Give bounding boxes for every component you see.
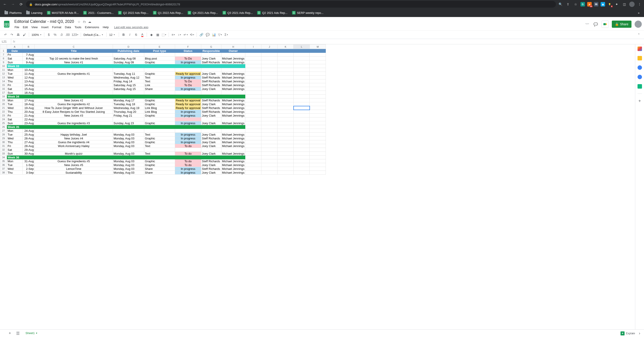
cell[interactable] (221, 129, 245, 133)
cell[interactable]: Fri (7, 53, 22, 57)
cell[interactable] (245, 171, 262, 175)
bookmark-item[interactable]: Q2 2021 Ads Rep... (255, 10, 289, 16)
cell[interactable]: Work Anniversary Hailey (35, 144, 113, 148)
cell[interactable]: Thursday, Aug 20 (113, 110, 144, 114)
cloud-status-icon[interactable]: ☁ (88, 20, 91, 24)
cell[interactable]: Text (144, 76, 175, 80)
cell[interactable] (278, 167, 294, 171)
row-header[interactable]: 34 (0, 156, 7, 159)
cell[interactable] (310, 53, 326, 57)
cell[interactable]: 14-Aug (22, 83, 35, 87)
cell[interactable] (262, 163, 278, 167)
cell[interactable]: Wed (7, 106, 22, 110)
cell[interactable]: 18-Aug (22, 102, 35, 106)
cell[interactable]: 31-Aug (22, 159, 35, 163)
cell[interactable]: Michael Jennings (221, 80, 245, 83)
cell[interactable]: Michael Jennings (221, 99, 245, 102)
cell[interactable] (262, 152, 278, 156)
zoom-select[interactable]: 100%▼ (31, 33, 42, 37)
url-bar[interactable]: 🔒 docs.google.com/spreadsheets/d/1Ad3NUU… (26, 1, 556, 8)
column-header-C[interactable]: C (35, 45, 113, 49)
cell[interactable] (35, 68, 113, 72)
share-button[interactable]: 🔒Share (612, 21, 632, 28)
cell[interactable]: Steff Richards (201, 99, 221, 102)
cell[interactable]: Saturday, Aug 08 (113, 57, 144, 60)
back-button[interactable]: ← (2, 1, 8, 8)
cell[interactable] (262, 118, 278, 121)
cell[interactable]: Michael Jennings (221, 110, 245, 114)
row-header[interactable]: 38 (0, 171, 7, 175)
cell[interactable] (278, 72, 294, 76)
strike-button[interactable]: S (133, 32, 139, 38)
cell[interactable]: Michael Jennings (221, 144, 245, 148)
cell[interactable]: 21-Aug (22, 114, 35, 118)
cell[interactable]: 19-Aug (22, 106, 35, 110)
column-header-A[interactable]: A (7, 45, 22, 49)
cell[interactable]: 7-Aug (22, 53, 35, 57)
cell[interactable]: To Do (175, 83, 201, 87)
scroll-right-button[interactable]: › (636, 330, 643, 336)
extension-wave-icon[interactable]: ◉ (600, 2, 605, 7)
cell[interactable]: Wednesday, Aug 12 (113, 76, 144, 80)
cell[interactable] (310, 129, 326, 133)
cell[interactable] (278, 68, 294, 72)
cell[interactable]: Publishing date (113, 49, 144, 53)
cell[interactable] (278, 83, 294, 87)
cell[interactable] (113, 91, 144, 95)
cell[interactable] (175, 148, 201, 152)
cell[interactable]: In progress (175, 171, 201, 175)
cell[interactable]: To do (175, 159, 201, 163)
cell[interactable]: Joey Clark (201, 121, 221, 125)
cell[interactable] (294, 159, 310, 163)
cell[interactable] (245, 156, 262, 159)
cell[interactable]: Mon (7, 129, 22, 133)
cell[interactable]: New Juices #1 (35, 60, 113, 64)
cell[interactable]: LemonTime (35, 167, 113, 171)
cell[interactable] (294, 118, 310, 121)
cell[interactable]: Wednesday, Aug 19 (113, 106, 144, 110)
cell[interactable] (113, 129, 144, 133)
cell[interactable]: Guess the ingredients #3 (35, 121, 113, 125)
column-header-H[interactable]: H (221, 45, 245, 49)
cell[interactable] (35, 91, 113, 95)
redo-button[interactable]: ↷ (9, 32, 15, 38)
currency-button[interactable]: $ (46, 32, 52, 38)
cell[interactable] (310, 99, 326, 102)
bookmark-item[interactable]: Platforms (3, 10, 24, 16)
week-label-cell[interactable]: Week 33 (7, 64, 245, 68)
cell[interactable] (294, 129, 310, 133)
cell[interactable]: Joey Clark (201, 152, 221, 156)
cell[interactable]: Mon (7, 159, 22, 163)
cell[interactable] (278, 140, 294, 144)
link-button[interactable]: 🔗 (198, 32, 204, 38)
select-all-corner[interactable] (0, 45, 7, 49)
cell[interactable] (262, 159, 278, 163)
cell[interactable] (113, 53, 144, 57)
tasks-icon[interactable] (638, 65, 642, 70)
cell[interactable]: 26-Aug (22, 137, 35, 140)
cell[interactable]: Monday, Aug 03 (113, 163, 144, 167)
cell[interactable] (262, 99, 278, 102)
star-icon[interactable]: ☆ (78, 20, 80, 24)
cell[interactable]: Owner (221, 49, 245, 53)
cell[interactable]: Text (144, 144, 175, 148)
cell[interactable] (262, 121, 278, 125)
cell[interactable] (262, 171, 278, 175)
cell[interactable]: Michael Jennings (221, 167, 245, 171)
cell[interactable]: Fri (7, 83, 22, 87)
cell[interactable] (201, 129, 221, 133)
scroll-left-button[interactable]: ‹ (630, 330, 636, 336)
rotate-button[interactable]: ⟲▼ (189, 32, 195, 38)
cell[interactable] (262, 57, 278, 60)
cell[interactable] (245, 167, 262, 171)
cell[interactable] (144, 53, 175, 57)
cell[interactable]: Fri (7, 144, 22, 148)
move-icon[interactable]: 🗀 (83, 20, 86, 24)
undo-button[interactable]: ↶ (3, 32, 8, 38)
cell[interactable]: Graphic (144, 99, 175, 102)
cell[interactable] (262, 110, 278, 114)
bookmark-item[interactable]: Q3 2021 Ads Rep... (221, 10, 254, 16)
cell[interactable] (245, 144, 262, 148)
cell[interactable]: In progress (175, 114, 201, 118)
forward-button[interactable]: → (10, 1, 16, 8)
